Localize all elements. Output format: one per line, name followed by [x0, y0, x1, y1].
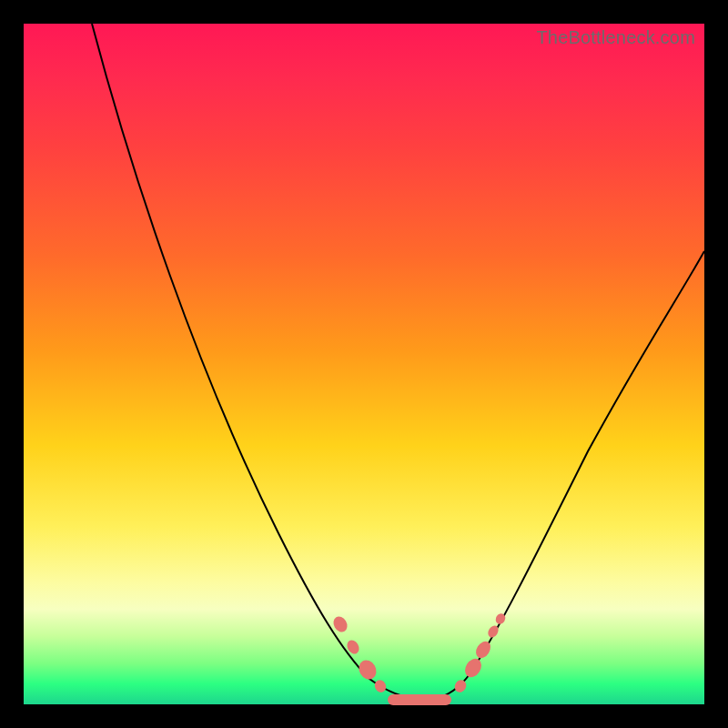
curve-right-branch — [424, 251, 704, 700]
plot-area: TheBottleneck.com — [24, 24, 704, 704]
curve-left-branch — [92, 24, 424, 700]
data-marker — [373, 678, 389, 694]
data-marker — [461, 655, 484, 680]
bottleneck-curve — [24, 24, 704, 704]
data-marker — [452, 678, 468, 694]
data-marker — [356, 657, 380, 682]
data-marker-valley — [388, 694, 451, 705]
chart-frame: TheBottleneck.com — [0, 0, 728, 728]
